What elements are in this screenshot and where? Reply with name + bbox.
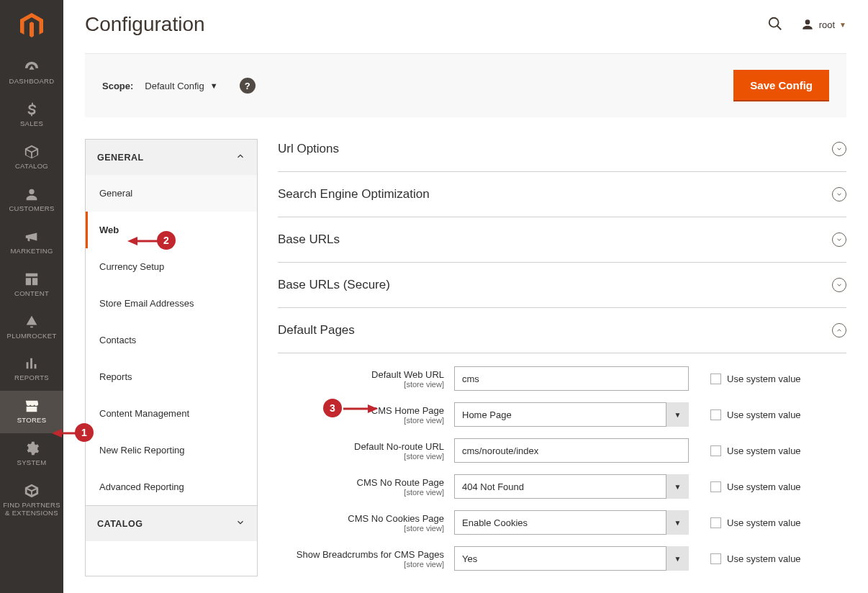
section-base-urls-secure[interactable]: Base URLs (Secure)	[278, 263, 846, 308]
plumrocket-icon	[22, 314, 41, 330]
use-system-value[interactable]: Use system value	[689, 517, 846, 528]
expand-icon	[832, 142, 846, 156]
settings-panel: Url Options Search Engine Optimization B…	[278, 139, 846, 576]
use-system-value[interactable]: Use system value	[689, 445, 846, 456]
use-system-label: Use system value	[727, 374, 801, 384]
user-icon	[800, 17, 815, 32]
use-system-value[interactable]: Use system value	[689, 409, 846, 420]
field-label: Default No-route URL	[278, 441, 444, 452]
use-system-label: Use system value	[727, 553, 801, 564]
tree-item-label: Contacts	[99, 335, 136, 345]
caret-down-icon: ▼	[666, 510, 689, 535]
magento-logo[interactable]	[0, 0, 63, 52]
cms-nocookies-select[interactable]: Enable Cookies▼	[454, 510, 689, 535]
use-system-label: Use system value	[727, 517, 801, 528]
section-seo[interactable]: Search Engine Optimization	[278, 172, 846, 217]
tree-item-label: Currency Setup	[99, 261, 164, 272]
nav-reports-label: REPORTS	[14, 374, 49, 381]
default-pages-fields: Default Web URL[store view] Use system v…	[278, 353, 846, 576]
section-default-pages[interactable]: Default Pages	[278, 308, 846, 353]
partners-icon	[22, 483, 41, 499]
config-tree: GENERAL General Web Currency Setup Store…	[85, 139, 258, 576]
field-show-breadcrumbs: Show Breadcrumbs for CMS Pages[store vie…	[278, 540, 846, 576]
help-icon[interactable]: ?	[240, 78, 256, 94]
scope-bar: Scope: Default Config ▼ ? Save Config	[85, 53, 846, 117]
megaphone-icon	[22, 229, 41, 245]
gauge-icon	[22, 59, 41, 75]
layout-icon	[22, 271, 41, 287]
collapse-icon	[832, 323, 846, 338]
nav-catalog[interactable]: CATALOG	[0, 137, 63, 179]
config-group-catalog[interactable]: CATALOG	[86, 505, 257, 541]
search-icon[interactable]	[767, 16, 783, 34]
section-url-options[interactable]: Url Options	[278, 139, 846, 172]
use-system-checkbox[interactable]	[710, 517, 721, 528]
default-noroute-input[interactable]	[454, 438, 689, 463]
nav-content[interactable]: CONTENT	[0, 264, 63, 307]
nav-sales[interactable]: SALES	[0, 94, 63, 137]
use-system-value[interactable]: Use system value	[689, 481, 846, 492]
select-value: Enable Cookies	[462, 517, 528, 528]
store-icon	[22, 398, 41, 414]
config-group-general[interactable]: GENERAL	[86, 140, 257, 175]
scope-select[interactable]: Default Config ▼	[145, 81, 217, 91]
admin-nav: DASHBOARD SALES CATALOG CUSTOMERS MARKET…	[0, 0, 63, 593]
person-icon	[22, 186, 41, 202]
show-breadcrumbs-select[interactable]: Yes▼	[454, 546, 689, 571]
caret-down-icon: ▼	[666, 474, 689, 499]
cms-home-page-select[interactable]: Home Page▼	[454, 402, 689, 427]
tree-item-advanced[interactable]: Advanced Reporting	[86, 468, 257, 505]
section-base-urls[interactable]: Base URLs	[278, 217, 846, 263]
nav-marketing[interactable]: MARKETING	[0, 222, 63, 264]
config-group-general-label: GENERAL	[97, 153, 144, 163]
tree-item-reports[interactable]: Reports	[86, 358, 257, 395]
nav-partners[interactable]: FIND PARTNERS & EXTENSIONS	[0, 476, 63, 526]
tree-item-newrelic[interactable]: New Relic Reporting	[86, 432, 257, 468]
save-config-button[interactable]: Save Config	[733, 70, 829, 101]
use-system-label: Use system value	[727, 445, 801, 456]
nav-customers-label: CUSTOMERS	[9, 204, 54, 212]
nav-sales-label: SALES	[20, 119, 43, 127]
nav-system[interactable]: SYSTEM	[0, 433, 63, 476]
tree-item-email[interactable]: Store Email Addresses	[86, 285, 257, 322]
nav-plumrocket-label: PLUMROCKET	[7, 332, 57, 340]
store-view-tag: [store view]	[278, 380, 444, 389]
tree-item-contentmgmt[interactable]: Content Management	[86, 395, 257, 432]
store-view-tag: [store view]	[278, 452, 444, 461]
config-group-catalog-label: CATALOG	[97, 519, 143, 529]
user-menu[interactable]: root ▼	[800, 17, 846, 32]
nav-plumrocket[interactable]: PLUMROCKET	[0, 307, 63, 349]
header-tools: root ▼	[767, 16, 846, 34]
nav-partners-label: FIND PARTNERS & EXTENSIONS	[3, 501, 60, 517]
nav-dashboard[interactable]: DASHBOARD	[0, 52, 63, 94]
cms-noroute-page-select[interactable]: 404 Not Found▼	[454, 474, 689, 499]
use-system-checkbox[interactable]	[710, 409, 721, 420]
use-system-value[interactable]: Use system value	[689, 374, 846, 384]
store-view-tag: [store view]	[278, 488, 444, 497]
tree-item-general[interactable]: General	[86, 175, 257, 212]
use-system-checkbox[interactable]	[710, 445, 721, 456]
select-value: Home Page	[462, 409, 512, 420]
svg-line-1	[777, 25, 781, 30]
use-system-value[interactable]: Use system value	[689, 553, 846, 564]
use-system-checkbox[interactable]	[710, 481, 721, 492]
nav-customers[interactable]: CUSTOMERS	[0, 179, 63, 222]
chevron-down-icon	[235, 517, 245, 530]
chevron-up-icon	[235, 151, 245, 163]
svg-point-0	[769, 17, 778, 27]
use-system-label: Use system value	[727, 481, 801, 492]
tree-item-currency[interactable]: Currency Setup	[86, 248, 257, 285]
tree-item-web[interactable]: Web	[86, 212, 257, 248]
default-web-url-input[interactable]	[454, 366, 689, 391]
section-title: Default Pages	[278, 323, 355, 338]
nav-reports[interactable]: REPORTS	[0, 348, 63, 391]
use-system-checkbox[interactable]	[710, 553, 721, 564]
gear-icon	[22, 440, 41, 456]
use-system-checkbox[interactable]	[710, 374, 721, 384]
field-default-noroute: Default No-route URL[store view] Use sys…	[278, 433, 846, 468]
nav-stores[interactable]: STORES	[0, 391, 63, 433]
tree-item-label: Content Management	[99, 408, 189, 419]
tree-item-label: New Relic Reporting	[99, 445, 185, 456]
tree-item-contacts[interactable]: Contacts	[86, 322, 257, 358]
tree-item-label: Reports	[99, 371, 132, 382]
